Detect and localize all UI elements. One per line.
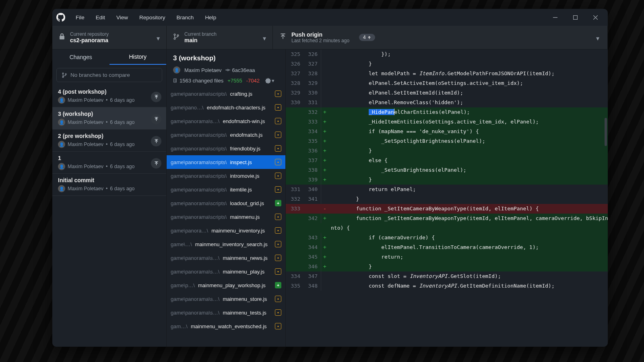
gutter-new: 340 <box>303 185 321 194</box>
diff-line[interactable]: 330331 elPanel.RemoveClass('hidden'); <box>286 98 608 107</box>
code-content: } <box>328 175 608 185</box>
diff-line[interactable]: 328329 elPanel.SetActiveItem(oSettings.a… <box>286 78 608 88</box>
diff-line[interactable]: 334+ if (mapName === 'de_nuke_vanity') { <box>286 127 608 136</box>
diff-line[interactable]: 338+ _SetSunBrightness(elPanel); <box>286 165 608 175</box>
changed-files-count[interactable]: 1563 changed files <box>173 78 223 84</box>
menu-help[interactable]: Help <box>200 12 221 23</box>
diff-line[interactable]: 343+ if (cameraOverride) { <box>286 233 608 243</box>
diff-line[interactable]: 344+ elItemPanel.TransitionToCamera(came… <box>286 243 608 252</box>
file-row[interactable]: game\panora…\mainmenu_inventory.js• <box>167 224 285 237</box>
file-row[interactable]: game\panorama\s…\mainmenu_play.js• <box>167 265 285 278</box>
file-row[interactable]: game\panorama\s…\mainmenu_news.js• <box>167 251 285 265</box>
diff-line[interactable]: 334347 const slot = InventoryAPI.GetSlot… <box>286 272 608 281</box>
file-name: mainmenu_tests.js <box>223 310 266 316</box>
menu-file[interactable]: File <box>71 12 89 23</box>
diff-line[interactable]: 326327 } <box>286 59 608 69</box>
commit-item[interactable]: 1 👤 Maxim Poletaev• 6 days ago <box>52 152 166 174</box>
gutter-new: 333 <box>303 117 321 127</box>
close-button[interactable] <box>586 9 605 26</box>
push-origin[interactable]: Push originLast fetched 2 minutes ago 4 … <box>273 26 608 49</box>
file-row[interactable]: game\panorama\scripts\intromovie.js• <box>167 169 285 183</box>
file-row[interactable]: game\panorama\s…\mainmenu_store.js• <box>167 292 285 306</box>
branch-label: Current branch <box>184 31 217 37</box>
menu-repository[interactable]: Repository <box>134 12 170 23</box>
diff-mark: + <box>321 107 328 117</box>
gutter-new: 344 <box>303 243 321 252</box>
diff-line[interactable]: 327328 let modelPath = ItemInfo.GetModel… <box>286 69 608 78</box>
menu-view[interactable]: View <box>111 12 133 23</box>
branch-selector[interactable]: Current branchmain ▾ <box>167 26 273 49</box>
file-row[interactable]: game\…\mainmenu_inventory_search.js• <box>167 237 285 251</box>
file-name: mainmenu_inventory.js <box>211 228 265 234</box>
diff-line[interactable]: 339+ } <box>286 175 608 185</box>
diff-line[interactable]: 333+ _HideItemEntities(oSettings.active_… <box>286 117 608 127</box>
file-modified-icon: • <box>275 104 281 111</box>
push-subtitle: Last fetched 2 minutes ago <box>291 38 349 43</box>
file-row[interactable]: game\panorama\s…\endofmatch-win.js• <box>167 114 285 128</box>
tab-changes[interactable]: Changes <box>52 49 109 65</box>
menu-branch[interactable]: Branch <box>172 12 199 23</box>
gear-icon[interactable]: ▾ <box>265 78 275 84</box>
file-row[interactable]: game\panorama\scripts\endofmatch.js• <box>167 128 285 142</box>
scrollbar-thumb[interactable] <box>605 118 607 146</box>
svg-point-8 <box>62 76 64 77</box>
commit-item[interactable]: 2 (pre workshop) 👤 Maxim Poletaev• 6 day… <box>52 130 166 152</box>
file-row[interactable]: gam…\mainmenu_watch_eventsched.js• <box>167 319 285 333</box>
maximize-button[interactable] <box>566 9 584 26</box>
gutter-new: 343 <box>303 233 321 243</box>
menu-edit[interactable]: Edit <box>91 12 110 23</box>
file-row[interactable]: game\panorama\scripts\loadout_grid.js+ <box>167 196 285 210</box>
branch-icon <box>173 33 180 41</box>
commit-item[interactable]: 3 (workshop) 👤 Maxim Poletaev• 6 days ag… <box>52 107 166 130</box>
diff-line[interactable]: 346+ } <box>286 262 608 272</box>
diff-mark: + <box>321 136 328 146</box>
additions-count: +7555 <box>227 78 242 84</box>
avatar: 👤 <box>58 141 65 148</box>
commit-item[interactable]: 4 (post workshop) 👤 Maxim Poletaev• 6 da… <box>52 85 166 107</box>
gutter-new: 334 <box>303 127 321 136</box>
commit-item-when: 6 days ago <box>110 164 134 169</box>
tab-history[interactable]: History <box>109 49 167 65</box>
push-commit-button[interactable] <box>151 136 161 146</box>
diff-line[interactable]: 337+ else { <box>286 156 608 165</box>
avatar: 👤 <box>173 66 180 74</box>
file-row[interactable]: game\pano…\endofmatch-characters.js• <box>167 101 285 114</box>
compare-branches[interactable]: No branches to compare <box>56 68 162 82</box>
diff-line[interactable]: 333- function _SetItemCameraByWeaponType… <box>286 204 608 214</box>
gutter-new: 327 <box>303 59 321 69</box>
gutter-new: 331 <box>303 98 321 107</box>
file-modified-icon: • <box>275 241 281 247</box>
file-row[interactable]: game\p…\mainmenu_play_workshop.js+ <box>167 278 285 292</box>
file-path-dim: game\panorama\s…\ <box>171 310 219 316</box>
diff-line[interactable]: 332+ _HidePanelCharEntities(elPanel); <box>286 107 608 117</box>
diff-line[interactable]: 331340 return elPanel; <box>286 185 608 194</box>
diff-mark: + <box>321 146 328 156</box>
commit-item[interactable]: Initial commit 👤 Maxim Poletaev• 6 days … <box>52 174 166 196</box>
diff-line[interactable]: 342+ function _SetItemCameraByWeaponType… <box>286 214 608 233</box>
diff-line[interactable]: 336+ } <box>286 146 608 156</box>
diff-viewer[interactable]: 325326 });326327 }327328 let modelPath =… <box>286 49 608 347</box>
diff-line[interactable]: 345+ return; <box>286 252 608 262</box>
minimize-button[interactable] <box>546 9 564 26</box>
code-content: return elPanel; <box>328 185 608 194</box>
commit-sha[interactable]: 6ac36eaa <box>225 67 255 73</box>
repo-label: Current repository <box>70 31 109 37</box>
file-row[interactable]: game\panorama\scripts\crafting.js• <box>167 87 285 101</box>
file-path-dim: game\panorama\scripts\ <box>171 187 227 193</box>
push-commit-button[interactable] <box>151 114 161 124</box>
diff-line[interactable]: 335348 const defName = InventoryAPI.GetI… <box>286 281 608 291</box>
file-row[interactable]: game\panorama\scripts\mainmenu.js• <box>167 210 285 224</box>
file-row[interactable]: game\panorama\scripts\friendlobby.js• <box>167 142 285 155</box>
gutter-old: 325 <box>286 49 303 59</box>
file-row[interactable]: game\panorama\scripts\itemtile.js• <box>167 183 285 196</box>
push-commit-button[interactable] <box>151 92 161 102</box>
diff-line[interactable]: 329330 elPanel.SetItemItemId(itemId); <box>286 88 608 98</box>
diff-line[interactable]: 332341 } <box>286 194 608 204</box>
diff-line[interactable]: 335+ _SetSpotlightBrightness(elPanel); <box>286 136 608 146</box>
diff-line[interactable]: 325326 }); <box>286 49 608 59</box>
push-commit-button[interactable] <box>151 158 161 169</box>
file-row[interactable]: game\panorama\scripts\inspect.js• <box>167 155 285 169</box>
file-row[interactable]: game\panorama\s…\mainmenu_tests.js• <box>167 306 285 319</box>
repo-selector[interactable]: Current repositorycs2-panorama ▾ <box>52 26 167 49</box>
file-path-dim: game\panorama\s…\ <box>171 255 219 261</box>
